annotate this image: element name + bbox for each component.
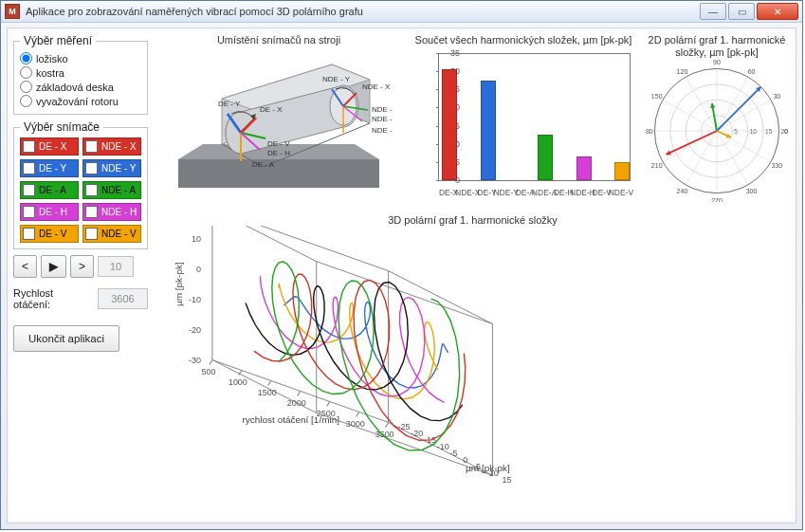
svg-text:NDE - X: NDE - X: [362, 83, 391, 91]
polar-spoke: [717, 131, 748, 185]
maximize-button[interactable]: ▭: [728, 3, 755, 20]
sensor-diagram-panel: Umístění snímačů na stroji: [156, 34, 402, 201]
nav-controls: < ▶ > 10: [13, 255, 148, 278]
checkbox-icon[interactable]: ✓: [23, 140, 35, 153]
main-window: M Aplikace pro zobrazování naměřených vi…: [0, 0, 803, 530]
measure-option-lozisko[interactable]: ložisko: [20, 51, 141, 65]
sensor-de-x[interactable]: ✓DE - X: [20, 138, 79, 156]
polar2d-chart: 51015200306090120150180210240270300330: [646, 60, 788, 202]
z-tick: -10: [189, 295, 201, 304]
polar-rtick: 5: [734, 128, 738, 135]
sensor-de-v[interactable]: DE - V: [20, 225, 79, 243]
svg-text:DE - V: DE - V: [267, 139, 290, 148]
polar-theta-label: 330: [771, 163, 782, 170]
sensor-diagram: DE - Y DE - X DE - V DE - H DE - A NDE -…: [165, 47, 393, 201]
checkbox-icon[interactable]: ✓: [23, 206, 35, 218]
x-tick: 500: [201, 367, 215, 376]
polar-theta-label: 120: [677, 68, 688, 75]
z-tick: 0: [196, 265, 201, 274]
sensor-nde-y[interactable]: NDE - Y: [82, 159, 141, 177]
sensor-label: DE - V: [39, 229, 66, 239]
checkbox-icon[interactable]: [85, 140, 98, 153]
diagram-title: Umístění snímačů na stroji: [156, 34, 402, 46]
polar-theta-label: 300: [746, 188, 758, 194]
step-value-box: 10: [98, 256, 134, 277]
measure-radio-kostra[interactable]: [20, 66, 32, 79]
polar2d-panel: 2D polární graf 1. harmonické složky, µm…: [641, 34, 793, 202]
polar-theta-label: 60: [748, 68, 756, 75]
sensor-label: DE - H: [39, 207, 67, 217]
measure-radio-zakladova[interactable]: [20, 81, 32, 93]
measure-option-vyvazovani[interactable]: vyvažování rotoru: [20, 94, 141, 108]
x-tick: 2000: [287, 398, 306, 408]
polar-theta-label: 150: [651, 94, 663, 101]
exit-button[interactable]: Ukončit aplikaci: [13, 325, 119, 352]
titlebar: M Aplikace pro zobrazování naměřených vi…: [1, 1, 802, 23]
polar-rtick: 10: [750, 128, 758, 135]
checkbox-icon[interactable]: [23, 228, 35, 240]
sensor-nde-h[interactable]: NDE - H: [82, 203, 141, 221]
sensor-nde-v[interactable]: NDE - V: [82, 225, 141, 243]
svg-line-30: [210, 360, 212, 365]
nav-next-button[interactable]: >: [70, 255, 94, 278]
speed-row: Rychlost otáčení: 3606: [13, 287, 148, 310]
sensor-label: NDE - V: [101, 229, 137, 239]
svg-text:DE - A: DE - A: [252, 160, 275, 169]
plot-area: Umístění snímačů na stroji: [156, 34, 790, 517]
series-line: [246, 282, 463, 420]
checkbox-icon[interactable]: [85, 228, 98, 240]
checkbox-icon[interactable]: [85, 206, 98, 218]
left-panel: Výběr měření ložiskokostrazákladová desk…: [13, 34, 148, 517]
axis-line: [212, 226, 317, 262]
svg-text:DE - Y: DE - Y: [218, 100, 241, 108]
sensor-nde-x[interactable]: NDE - X: [82, 138, 141, 156]
checkbox-icon[interactable]: [23, 184, 35, 196]
polar-theta-label: 90: [713, 60, 721, 65]
svg-line-32: [268, 380, 271, 385]
svg-text:NDE - Y: NDE - Y: [322, 75, 351, 83]
sensor-de-y[interactable]: ✓DE - Y: [20, 159, 79, 177]
svg-text:NDE - V: NDE - V: [372, 105, 393, 114]
app-icon: M: [5, 4, 20, 19]
z-tick: -20: [189, 325, 201, 335]
checkbox-icon[interactable]: [85, 184, 98, 196]
sensor-nde-a[interactable]: NDE - A: [82, 181, 141, 199]
measure-label: ložisko: [36, 53, 68, 64]
checkbox-icon[interactable]: [85, 162, 98, 174]
measure-option-kostra[interactable]: kostra: [20, 65, 141, 80]
z-tick: 10: [192, 234, 201, 244]
plot3d-chart: 500100015002000250030003500-25-20-15-10-…: [156, 226, 790, 513]
polar-spoke: [663, 100, 717, 131]
nav-prev-button[interactable]: <: [13, 255, 37, 278]
sensor-de-h[interactable]: ✓DE - H: [20, 203, 79, 221]
polar-theta-label: 270: [711, 197, 723, 202]
measure-radio-lozisko[interactable]: [20, 52, 32, 64]
sensor-group: Výběr snímače ✓DE - XNDE - X✓DE - YNDE -…: [13, 120, 148, 249]
sensor-label: DE - A: [39, 185, 66, 195]
measure-label: kostra: [36, 67, 64, 79]
measure-label: vyvažování rotoru: [36, 96, 119, 107]
svg-line-34: [327, 401, 330, 406]
x-tick: 1500: [258, 388, 277, 397]
measure-label: základová deska: [36, 82, 114, 93]
sensor-de-a[interactable]: DE - A: [20, 181, 79, 199]
polar-theta-label: 210: [651, 163, 663, 170]
sensor-label: NDE - X: [101, 141, 137, 152]
close-button[interactable]: ✕: [757, 3, 798, 20]
y-tick: 15: [502, 475, 511, 485]
series-line: [261, 276, 445, 402]
nav-play-button[interactable]: ▶: [41, 255, 66, 278]
minimize-button[interactable]: —: [700, 3, 726, 20]
svg-line-33: [298, 391, 301, 395]
checkbox-icon[interactable]: ✓: [23, 162, 35, 174]
svg-line-36: [386, 422, 389, 427]
measure-option-zakladova[interactable]: základová deska: [20, 80, 141, 94]
speed-value-box: 3606: [98, 288, 148, 309]
sensor-label: DE - Y: [39, 163, 66, 174]
polar-vector-blue: [717, 87, 760, 131]
series-line: [284, 297, 448, 388]
window-title: Aplikace pro zobrazování naměřených vibr…: [26, 6, 700, 17]
measure-radio-vyvazovani[interactable]: [20, 95, 32, 107]
svg-rect-0: [178, 159, 379, 188]
barchart-panel: Součet všech harmonických složek, µm [pk…: [413, 34, 633, 201]
